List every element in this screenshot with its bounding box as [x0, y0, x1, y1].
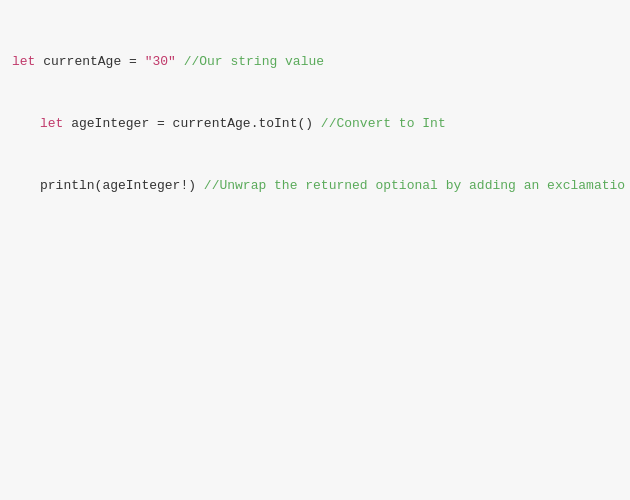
- comment-3: //Unwrap the returned optional by adding…: [204, 178, 625, 193]
- code-text: currentAge =: [35, 54, 144, 69]
- code-space: [176, 54, 184, 69]
- code-text-2: ageInteger = currentAge.toInt(): [63, 116, 320, 131]
- code-line-2: let ageInteger = currentAge.toInt() //Co…: [12, 114, 618, 135]
- code-editor: let currentAge = "30" //Our string value…: [0, 0, 630, 228]
- code-line-3: println(ageInteger!) //Unwrap the return…: [12, 176, 618, 197]
- comment-1: //Our string value: [184, 54, 324, 69]
- code-text-3: println(ageInteger!): [40, 178, 204, 193]
- code-line-1: let currentAge = "30" //Our string value: [12, 52, 618, 73]
- string-value: "30": [145, 54, 176, 69]
- comment-2: //Convert to Int: [321, 116, 446, 131]
- keyword-let-2: let: [40, 116, 63, 131]
- keyword-let-1: let: [12, 54, 35, 69]
